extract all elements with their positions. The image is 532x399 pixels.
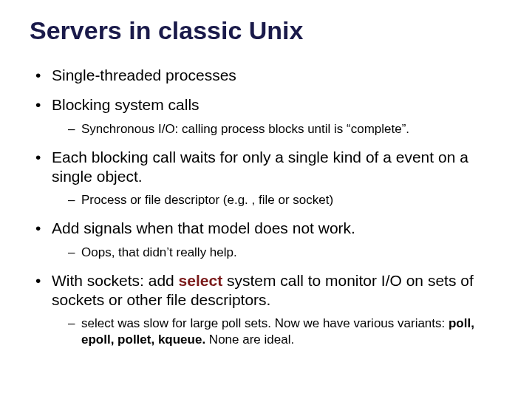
bullet-2: Blocking system calls Synchronous I/O: c… bbox=[35, 95, 502, 137]
bullet-2-sub-1: Synchronous I/O: calling process blocks … bbox=[68, 121, 502, 137]
bullet-3-sub-1: Process or file descriptor (e.g. , file … bbox=[68, 192, 502, 208]
bullet-5: With sockets: add select system call to … bbox=[35, 271, 502, 349]
bullet-4-text: Add signals when that model does not wor… bbox=[52, 219, 355, 236]
bullet-3-sub-1-text: Process or file descriptor (e.g. , file … bbox=[81, 193, 333, 207]
bullet-2-sub-1-text: Synchronous I/O: calling process blocks … bbox=[81, 122, 409, 136]
slide: Servers in classic Unix Single-threaded … bbox=[0, 0, 532, 399]
bullet-5-sub-1: select was slow for large poll sets. Now… bbox=[68, 316, 502, 348]
slide-title: Servers in classic Unix bbox=[30, 16, 502, 45]
bullet-3-sub: Process or file descriptor (e.g. , file … bbox=[52, 192, 502, 208]
bullet-2-sub: Synchronous I/O: calling process blocks … bbox=[52, 121, 502, 137]
bullet-list: Single-threaded processes Blocking syste… bbox=[30, 66, 502, 348]
bullet-4-sub-1: Oops, that didn’t really help. bbox=[68, 245, 502, 261]
bullet-1: Single-threaded processes bbox=[35, 66, 502, 85]
bullet-4: Add signals when that model does not wor… bbox=[35, 219, 502, 260]
bullet-2-text: Blocking system calls bbox=[52, 96, 200, 113]
bullet-3: Each blocking call waits for only a sing… bbox=[35, 148, 502, 209]
bullet-5-sub: select was slow for large poll sets. Now… bbox=[52, 316, 502, 348]
bullet-5-sub-1-pre: select was slow for large poll sets. Now… bbox=[81, 316, 449, 330]
bullet-4-sub: Oops, that didn’t really help. bbox=[52, 245, 502, 261]
bullet-5-pre: With sockets: add bbox=[52, 272, 179, 289]
bullet-5-sub-1-post: None are ideal. bbox=[205, 332, 294, 347]
bullet-3-text: Each blocking call waits for only a sing… bbox=[52, 149, 468, 185]
bullet-1-text: Single-threaded processes bbox=[52, 66, 236, 83]
bullet-4-sub-1-text: Oops, that didn’t really help. bbox=[81, 245, 237, 259]
bullet-5-select: select bbox=[179, 272, 223, 289]
